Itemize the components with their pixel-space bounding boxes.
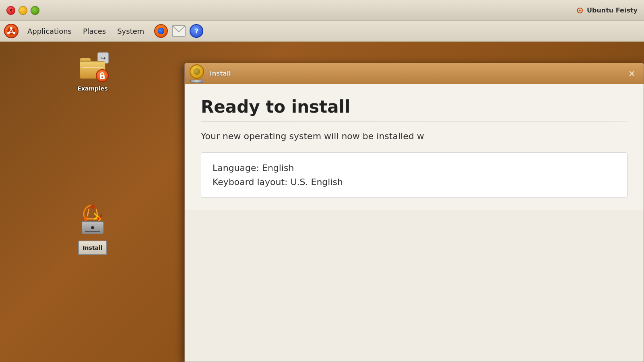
ubuntu-logo-icon: ⊙ <box>576 5 584 15</box>
firefox-icon <box>154 24 168 38</box>
mail-icon <box>172 25 186 37</box>
detail-language: Language: English <box>213 161 616 175</box>
installer-title: Install <box>210 70 231 77</box>
installer-window: Install ✕ Ready to install Your new oper… <box>184 63 644 362</box>
close-icon: × <box>9 8 12 12</box>
ubuntu-circle-icon <box>4 24 19 38</box>
examples-label: Examples <box>77 85 107 92</box>
installer-divider <box>201 121 627 122</box>
install-label-box: Install <box>78 241 107 255</box>
lock-icon <box>96 69 109 82</box>
install-desktop-icon[interactable]: Install <box>72 199 113 255</box>
examples-icon-image: ↪ <box>78 54 107 83</box>
detail-keyboard: Keyboard layout: U.S. English <box>213 175 616 189</box>
menu-bar: Applications Places System ? <box>0 21 644 42</box>
title-bar: × ⊙ Ubuntu Feisty <box>0 0 644 21</box>
svg-point-12 <box>91 205 95 209</box>
close-button[interactable]: × <box>6 6 15 15</box>
mail-button[interactable] <box>171 23 187 39</box>
window-controls: × <box>6 6 39 15</box>
menu-item-system[interactable]: System <box>111 25 150 38</box>
install-icon-image <box>78 199 107 239</box>
svg-line-15 <box>87 209 89 216</box>
svg-point-9 <box>101 76 103 78</box>
install-label: Install <box>83 245 102 251</box>
ubuntu-logo-button[interactable] <box>2 22 20 40</box>
menu-item-applications[interactable]: Applications <box>22 25 77 38</box>
minimize-button[interactable] <box>19 6 27 15</box>
menu-app-icons: ? <box>153 23 204 39</box>
examples-desktop-icon[interactable]: ↪ Examples <box>72 54 113 92</box>
maximize-button[interactable] <box>31 6 39 15</box>
cd-icon <box>190 64 204 79</box>
installer-body: Ready to install Your new operating syst… <box>185 84 644 210</box>
help-icon: ? <box>190 24 203 38</box>
folder-icon <box>80 58 105 79</box>
hdd-icon <box>81 221 104 234</box>
installer-heading: Ready to install <box>201 97 627 117</box>
help-button[interactable]: ? <box>188 23 204 39</box>
installer-details-box: Language: English Keyboard layout: U.S. … <box>201 152 627 197</box>
svg-point-1 <box>10 27 12 29</box>
installer-titlebar: Install ✕ <box>185 63 644 84</box>
installer-window-close-icon[interactable]: ✕ <box>625 69 639 79</box>
installer-titlebar-icon <box>190 64 204 83</box>
window-title: ⊙ Ubuntu Feisty <box>576 5 638 15</box>
installer-description: Your new operating system will now be in… <box>201 130 627 143</box>
desktop: ↪ Examples <box>0 42 644 362</box>
firefox-button[interactable] <box>153 23 169 39</box>
menu-item-places[interactable]: Places <box>77 25 111 38</box>
disk-icon <box>190 80 203 83</box>
